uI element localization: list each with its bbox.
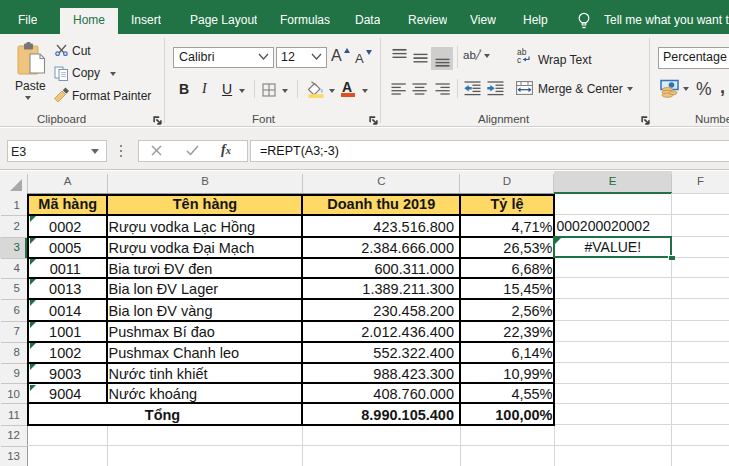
svg-text:ab: ab	[463, 49, 476, 61]
